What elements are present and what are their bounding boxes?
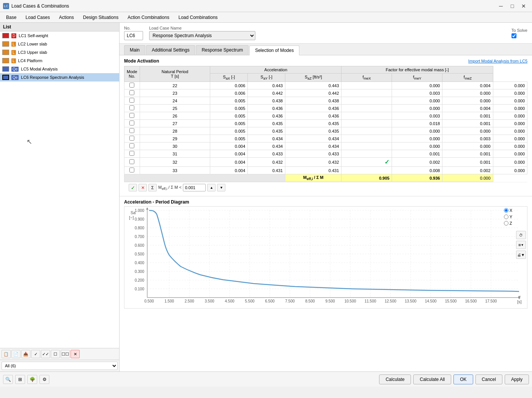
row-checkbox[interactable] [129, 128, 134, 133]
add-item-button[interactable]: 📋 [2, 350, 11, 358]
uncheck-button[interactable]: ☐ [51, 350, 60, 358]
cell-check[interactable] [124, 167, 140, 174]
apply-button[interactable]: Apply [505, 374, 529, 384]
row-checkbox[interactable] [129, 159, 134, 164]
chart-title: Acceleration - Period Diagram [124, 199, 527, 205]
cell-saz [342, 97, 392, 105]
cell-fmey: 0.001 [442, 158, 493, 167]
radio-z-input[interactable] [504, 221, 508, 226]
meff-down-btn[interactable]: ▼ [217, 184, 225, 191]
radio-x-input[interactable] [504, 208, 508, 213]
row-checkbox[interactable] [129, 98, 134, 103]
row-checkbox[interactable] [129, 83, 134, 88]
cell-fmex: 0.000 [392, 97, 442, 105]
row-checkbox[interactable] [129, 143, 134, 148]
svg-text:0.900: 0.900 [135, 217, 144, 221]
cell-check[interactable] [124, 120, 140, 127]
check-all-button[interactable]: ✓✓ [41, 350, 50, 358]
tab-response-spectrum[interactable]: Response Spectrum [196, 45, 249, 55]
list-item-lc2[interactable]: L LC2 Lower slab [0, 40, 119, 48]
grid-button[interactable]: ⊞ [15, 375, 25, 384]
list-item-lc5[interactable]: Qe LC5 Modal Analysis [0, 65, 119, 73]
delete-button[interactable]: ✕ [71, 350, 80, 358]
cell-check[interactable] [124, 89, 140, 97]
close-button[interactable]: ✕ [518, 1, 529, 11]
search-button[interactable]: 🔍 [3, 375, 13, 384]
check-button[interactable]: ✓ [31, 350, 40, 358]
ok-button[interactable]: OK [453, 374, 473, 384]
menu-action-combinations[interactable]: Action Combinations [123, 13, 174, 22]
cell-check[interactable] [124, 82, 140, 89]
chart-print-btn[interactable]: 🖨▼ [516, 251, 526, 259]
radio-y-input[interactable] [504, 215, 508, 219]
deselect-all-btn[interactable]: ✕ [139, 184, 147, 191]
to-solve-checkbox[interactable] [512, 33, 516, 38]
row-checkbox[interactable] [129, 121, 134, 125]
row-checkbox[interactable] [129, 136, 134, 141]
cell-check[interactable] [124, 150, 140, 158]
to-solve-label: To Solve [512, 28, 527, 33]
minimize-button[interactable]: ─ [496, 1, 506, 11]
cell-t: 0.004 [210, 158, 248, 167]
import-link[interactable]: Import Modal Analysis from LC5 [468, 59, 527, 63]
chart-zoom-btn[interactable]: ⏱ [516, 231, 526, 239]
settings-button[interactable]: ⚙ [39, 375, 49, 384]
cell-check[interactable] [124, 158, 140, 167]
radio-z[interactable]: Z [504, 221, 512, 226]
list-item-lc4[interactable]: L LC4 Platform [0, 56, 119, 65]
svg-text:16.500: 16.500 [465, 299, 477, 303]
cell-t: 0.006 [210, 89, 248, 97]
cell-fmez: 0.000 [493, 97, 527, 105]
cell-t: 0.005 [210, 127, 248, 135]
cell-check[interactable] [124, 135, 140, 143]
radio-y[interactable]: Y [504, 215, 512, 219]
cell-check[interactable] [124, 105, 140, 112]
cell-fmez: 0.000 [493, 135, 527, 143]
calculate-button[interactable]: Calculate [379, 374, 411, 384]
cell-check[interactable] [124, 112, 140, 120]
row-checkbox[interactable] [129, 151, 134, 156]
list-item-lc3[interactable]: L LC3 Upper slab [0, 48, 119, 56]
row-checkbox[interactable] [129, 90, 134, 95]
row-checkbox[interactable] [129, 113, 134, 118]
uncheck-all-button[interactable]: ☐☐ [61, 350, 70, 358]
menu-design-situations[interactable]: Design Situations [79, 13, 123, 22]
menu-actions[interactable]: Actions [54, 13, 78, 22]
menu-load-combinations[interactable]: Load Combinations [174, 13, 222, 22]
cell-sax: 0.433 [248, 150, 285, 158]
cell-fmey: 0.001 [442, 120, 493, 127]
row-checkbox[interactable] [129, 105, 134, 110]
select-all-btn[interactable]: ✓ [129, 184, 137, 191]
tab-selection-of-modes[interactable]: Selection of Modes [249, 45, 299, 55]
tab-additional-settings[interactable]: Additional Settings [146, 45, 195, 55]
meff-threshold-input[interactable] [183, 184, 206, 191]
cell-fmez: 0.000 [493, 143, 527, 150]
cell-check[interactable] [124, 127, 140, 135]
cell-fmex: 0.000 [392, 135, 442, 143]
cell-mode: 25 [140, 105, 210, 112]
cell-check[interactable] [124, 143, 140, 150]
load-case-name-select[interactable]: Response Spectrum Analysis [149, 31, 255, 40]
meff-up-btn[interactable]: ▲ [207, 184, 216, 191]
lc3-id-label: L [11, 50, 16, 55]
tree-button[interactable]: 🌳 [27, 375, 37, 384]
maximize-button[interactable]: □ [507, 1, 518, 11]
import-button[interactable]: 📥 [21, 350, 30, 358]
list-item-lc1[interactable]: D LC1 Self-weight [0, 31, 119, 40]
no-input[interactable] [124, 31, 143, 40]
cancel-button[interactable]: Cancel [475, 374, 502, 384]
menu-load-cases[interactable]: Load Cases [21, 13, 54, 22]
cell-t: 0.005 [210, 120, 248, 127]
chart-settings-btn[interactable]: ⊞▼ [516, 241, 526, 249]
row-checkbox[interactable] [129, 168, 134, 172]
filter-dropdown[interactable]: All (6) [2, 362, 118, 370]
name-group: Load Case Name Response Spectrum Analysi… [149, 26, 255, 40]
auto-select-btn[interactable]: Σ [148, 184, 157, 191]
radio-x[interactable]: X [504, 208, 512, 213]
list-item-lc6[interactable]: Qe LC6 Response Spectrum Analysis [0, 73, 119, 81]
menu-base[interactable]: Base [2, 13, 21, 22]
calculate-all-button[interactable]: Calculate All [413, 374, 451, 384]
cell-check[interactable] [124, 97, 140, 105]
copy-item-button[interactable]: 📄 [11, 350, 20, 358]
tab-main[interactable]: Main [124, 45, 145, 55]
